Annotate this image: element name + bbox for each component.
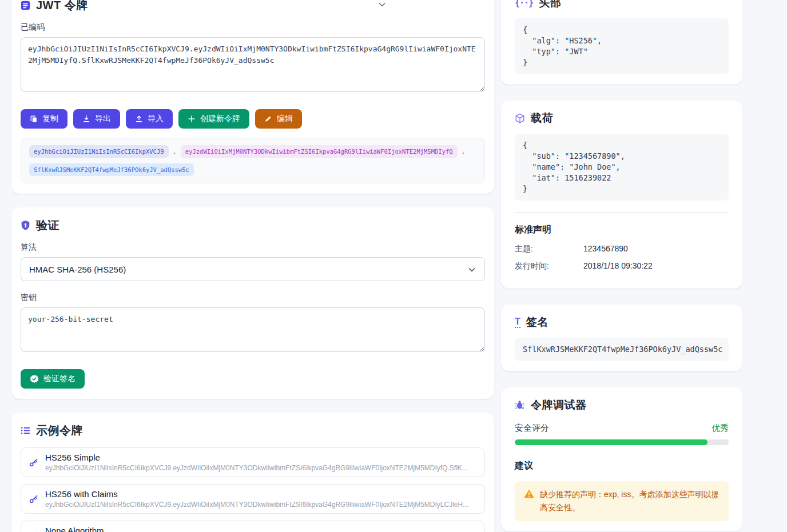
claim-label: 发行时间: xyxy=(515,261,583,271)
key-icon xyxy=(29,494,38,503)
token-part-dot: . xyxy=(462,147,466,155)
token-part-dot: . xyxy=(173,147,177,155)
side-column: {··} 头部 { "alg": "HS256", "typ": "JWT" }… xyxy=(501,0,742,532)
claim-row-subject: 主题: 1234567890 xyxy=(515,244,729,254)
security-score-label: 安全评分 xyxy=(515,423,549,434)
header-json-block: { "alg": "HS256", "typ": "JWT" } xyxy=(515,18,729,74)
jwt-signature-title: 签名 xyxy=(526,315,548,330)
jwt-header-card-head: {··} 头部 xyxy=(515,0,729,10)
claim-row-issued-at: 发行时间: 2018/1/18 09:30:22 xyxy=(515,261,729,271)
encoded-label: 已编码 xyxy=(21,22,485,33)
secret-textarea[interactable]: your-256-bit-secret xyxy=(21,307,485,352)
chevron-down-icon[interactable] xyxy=(377,0,387,9)
edit-button-label: 编辑 xyxy=(277,114,293,124)
copy-button[interactable]: 复制 xyxy=(21,109,67,129)
badge-check-icon xyxy=(30,374,39,383)
jwt-payload-title: 载荷 xyxy=(531,111,553,126)
token-parts-display: eyJhbGciOiJIUzI1NiIsInR5cCI6IkpXVCJ9 . e… xyxy=(21,138,485,183)
example-token-value: eyJhbGciOiJIUzI1NiIsInR5cCI6IkpXVCJ9.eyJ… xyxy=(45,501,468,509)
example-token-hs256-claims[interactable]: HS256 with Claims eyJhbGciOiJIUzI1NiIsIn… xyxy=(21,484,485,514)
import-button-label: 导入 xyxy=(148,114,164,124)
jwt-payload-card: 载荷 { "sub": "1234567890", "name": "John … xyxy=(501,101,742,289)
example-tokens-card: 示例令牌 HS256 Simple eyJhbGciOiJIUzI1NiIsIn… xyxy=(11,413,494,532)
verify-signature-button[interactable]: 验证签名 xyxy=(21,369,85,389)
export-button[interactable]: 导出 xyxy=(73,109,120,129)
jwt-token-card-header: JWT 令牌 xyxy=(21,0,485,13)
token-actions: 复制 导出 导入 创建新令牌 xyxy=(21,109,485,129)
main-column: JWT 令牌 已编码 eyJhbGciOiJIUzI1NiIsInR5cCI6I… xyxy=(11,0,494,532)
jwt-header-title: 头部 xyxy=(539,0,561,10)
verify-card-header: 验证 xyxy=(21,218,485,233)
token-debugger-title: 令牌调试器 xyxy=(531,398,587,413)
divider xyxy=(515,212,729,213)
upload-icon xyxy=(135,115,143,123)
algorithm-label: 算法 xyxy=(21,242,485,253)
package-icon xyxy=(515,113,525,123)
verify-signature-button-label: 验证签名 xyxy=(43,374,75,384)
create-token-button-label: 创建新令牌 xyxy=(200,114,240,124)
claim-value: 1234567890 xyxy=(583,244,628,254)
token-part-header: eyJhbGciOiJIUzI1NiIsInR5cCI6IkpXVCJ9 xyxy=(29,145,169,158)
chevron-down-icon xyxy=(467,265,476,274)
example-tokens-header: 示例令牌 xyxy=(21,423,485,438)
algorithm-selected-value: HMAC SHA-256 (HS256) xyxy=(29,265,126,274)
verify-title: 验证 xyxy=(36,218,59,233)
copy-button-label: 复制 xyxy=(42,114,58,124)
bug-icon xyxy=(515,400,525,410)
jwt-signature-card-head: T 签名 xyxy=(515,315,729,330)
signature-value-block: SflKxwRJSMeKKF2QT4fwpMeJf36POk6yJV_adQss… xyxy=(515,338,729,361)
token-part-payload: eyJzdWIiOiIxMjM0NTY3ODkwIiwibmFtZSI6Ikpv… xyxy=(181,145,458,158)
security-score-rating: 优秀 xyxy=(712,423,729,434)
download-icon xyxy=(82,115,90,123)
jwt-payload-card-head: 载荷 xyxy=(515,111,729,126)
document-icon xyxy=(21,1,30,10)
import-button[interactable]: 导入 xyxy=(126,109,173,129)
security-score-fill xyxy=(515,439,707,445)
token-debugger-card: 令牌调试器 安全评分 优秀 建议 缺少推荐的声明：exp, iss。考虑添加这些… xyxy=(501,387,742,531)
secret-label: 密钥 xyxy=(21,293,485,303)
export-button-label: 导出 xyxy=(95,114,111,124)
warning-triangle-icon xyxy=(524,489,534,498)
suggestion-warning-text: 缺少推荐的声明：exp, iss。考虑添加这些声明以提高安全性。 xyxy=(540,488,720,514)
example-token-value: eyJhbGciOiJIUzI1NiIsInR5cCI6IkpXVCJ9.eyJ… xyxy=(45,464,468,472)
standard-claims-title: 标准声明 xyxy=(515,224,729,236)
claim-value: 2018/1/18 09:30:22 xyxy=(583,261,653,271)
encoded-token-textarea[interactable]: eyJhbGciOiJIUzI1NiIsInR5cCI6IkpXVCJ9.eyJ… xyxy=(21,37,485,92)
example-token-title: None Algorithm xyxy=(45,526,436,532)
example-tokens-title: 示例令牌 xyxy=(36,423,83,438)
text-icon: T xyxy=(515,317,520,328)
shield-key-icon xyxy=(21,220,30,231)
example-token-texts: HS256 Simple eyJhbGciOiJIUzI1NiIsInR5cCI… xyxy=(45,453,468,472)
example-token-none-algorithm[interactable]: None Algorithm eyJhbGciOiJub25lIiwidHlwI… xyxy=(21,521,485,532)
example-token-title: HS256 Simple xyxy=(45,453,468,462)
braces-icon: {··} xyxy=(515,0,533,8)
edit-button[interactable]: 编辑 xyxy=(255,109,302,129)
jwt-header-card: {··} 头部 { "alg": "HS256", "typ": "JWT" } xyxy=(501,0,742,85)
jwt-signature-card: T 签名 SflKxwRJSMeKKF2QT4fwpMeJf36POk6yJV_… xyxy=(501,305,742,371)
token-debugger-head: 令牌调试器 xyxy=(515,398,729,413)
verify-card: 验证 算法 HMAC SHA-256 (HS256) 密钥 your-256-b… xyxy=(11,207,494,399)
suggestions-title: 建议 xyxy=(515,460,729,472)
algorithm-select[interactable]: HMAC SHA-256 (HS256) xyxy=(21,257,485,281)
plus-icon xyxy=(188,115,196,123)
create-token-button[interactable]: 创建新令牌 xyxy=(178,109,249,129)
token-part-signature: SflKxwRJSMeKKF2QT4fwpMeJf36POk6yJV_adQss… xyxy=(29,163,194,176)
copy-icon xyxy=(30,115,38,123)
suggestion-warning: 缺少推荐的声明：exp, iss。考虑添加这些声明以提高安全性。 xyxy=(515,481,729,521)
example-token-title: HS256 with Claims xyxy=(45,489,468,499)
jwt-token-title: JWT 令牌 xyxy=(36,0,88,13)
list-icon xyxy=(21,426,30,435)
pencil-icon xyxy=(264,115,272,123)
security-score-row: 安全评分 优秀 xyxy=(515,423,729,434)
jwt-token-card: JWT 令牌 已编码 eyJhbGciOiJIUzI1NiIsInR5cCI6I… xyxy=(11,0,494,194)
example-token-hs256-simple[interactable]: HS256 Simple eyJhbGciOiJIUzI1NiIsInR5cCI… xyxy=(21,447,485,477)
example-token-texts: HS256 with Claims eyJhbGciOiJIUzI1NiIsIn… xyxy=(45,489,468,509)
payload-json-block: { "sub": "1234567890", "name": "John Doe… xyxy=(515,134,729,201)
key-icon xyxy=(29,458,38,467)
security-score-bar xyxy=(515,439,729,445)
example-token-texts: None Algorithm eyJhbGciOiJub25lIiwidHlwI… xyxy=(45,526,436,532)
claim-label: 主题: xyxy=(515,244,583,254)
